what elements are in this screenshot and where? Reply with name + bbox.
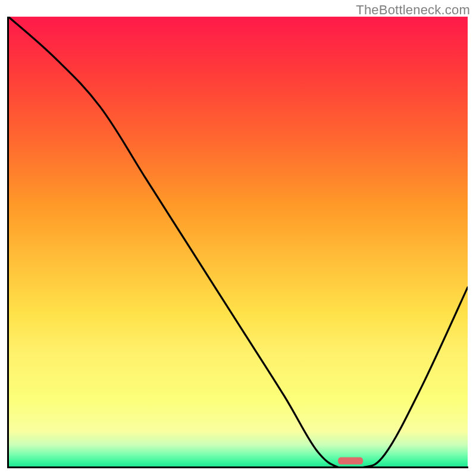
- bottleneck-curve: [8, 17, 468, 468]
- y-axis-line: [7, 17, 9, 468]
- watermark-label: TheBottleneck.com: [356, 2, 470, 18]
- chart-svg: [8, 17, 468, 468]
- optimal-marker: [338, 458, 363, 465]
- x-axis-line: [7, 466, 468, 468]
- chart-stage: TheBottleneck.com: [0, 0, 476, 476]
